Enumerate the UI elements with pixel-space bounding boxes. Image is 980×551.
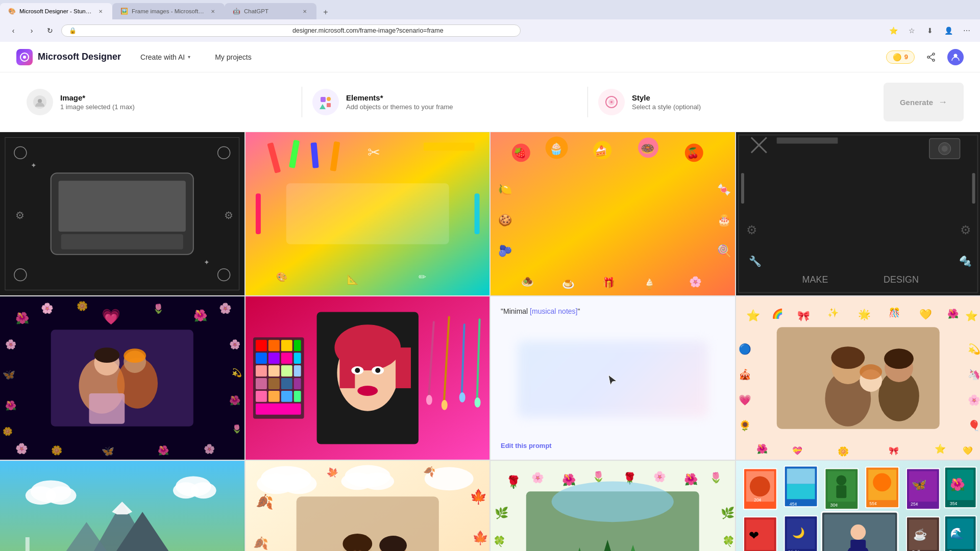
- forward-button[interactable]: ›: [24, 23, 39, 38]
- tab-microsoft-designer[interactable]: 🎨 Microsoft Designer - Stunning... ✕: [0, 3, 112, 19]
- generating-prompt-header: "Minimal [musical notes]": [501, 307, 725, 316]
- svg-rect-73: [741, 173, 744, 204]
- generate-button[interactable]: Generate →: [884, 83, 964, 121]
- svg-text:🎀: 🎀: [797, 310, 810, 322]
- style-section[interactable]: Style Select a style (optional): [588, 83, 873, 121]
- svg-text:🎊: 🎊: [889, 307, 900, 318]
- svg-text:🦋: 🦋: [102, 445, 114, 457]
- svg-text:25¢: 25¢: [910, 502, 918, 507]
- elements-label: Elements*: [346, 93, 453, 102]
- svg-text:❤: ❤: [748, 529, 758, 542]
- gallery-item-4[interactable]: ⚙ ⚙ 🔧 🔩 MAKE DESIGN: [736, 132, 981, 295]
- image-section[interactable]: Image* 1 image selected (1 max): [16, 83, 302, 121]
- svg-text:💛: 💛: [919, 308, 932, 320]
- gallery-item-11[interactable]: 🌹 🌸 🌺 🌷 🌹 🌸 🌺 🌷 🌿 🍀 🌿 🍀 🌿 🍀: [491, 461, 735, 551]
- generate-label: Generate: [900, 98, 933, 107]
- download-icon[interactable]: ⬇: [923, 23, 937, 38]
- address-bar[interactable]: 🔒 designer.microsoft.com/frame-image?sce…: [61, 24, 521, 37]
- svg-text:🌺: 🌺: [562, 473, 576, 487]
- svg-point-272: [749, 476, 770, 496]
- gallery-item-6[interactable]: [246, 296, 490, 460]
- app-header: Microsoft Designer Create with AI ▾ My p…: [0, 42, 980, 72]
- tab-frame-images[interactable]: 🖼️ Frame images - Microsoft Des... ✕: [112, 3, 225, 19]
- svg-line-5: [929, 55, 933, 57]
- svg-text:🌺: 🌺: [947, 308, 959, 319]
- close-tab-1-icon[interactable]: ✕: [97, 8, 104, 15]
- close-tab-2-icon[interactable]: ✕: [209, 8, 216, 15]
- gallery-grid: ⚙ ⚙ ✦ ✦: [0, 132, 980, 551]
- gallery-item-generating[interactable]: "Minimal [musical notes]" Edit this prom…: [491, 296, 735, 460]
- svg-point-141: [375, 368, 380, 373]
- gallery-item-8[interactable]: ⭐ 🌈 🎀 ✨ 🌟 🎊 💛 🌺 ⭐ 🔵 🎪 💗 🌻 💫: [736, 296, 981, 460]
- svg-rect-119: [293, 353, 301, 364]
- svg-text:🍭: 🍭: [717, 244, 731, 258]
- svg-point-148: [459, 392, 465, 403]
- svg-point-150: [474, 397, 480, 408]
- svg-text:30¢: 30¢: [830, 503, 838, 508]
- svg-text:🌿: 🌿: [495, 506, 509, 520]
- my-projects-button[interactable]: My projects: [210, 50, 257, 64]
- elements-section[interactable]: Elements* Add objects or themes to your …: [302, 83, 587, 121]
- svg-point-107: [94, 347, 119, 363]
- svg-text:🌿: 🌿: [721, 506, 735, 520]
- gallery-item-10[interactable]: 🍂 🍁 🍂 🍁 🍁 🍂 🍁 🍂 🍂 🍁 🍂 🍁: [246, 461, 490, 551]
- image-label: Image*: [60, 93, 135, 102]
- svg-point-72: [941, 145, 947, 152]
- new-tab-button[interactable]: +: [318, 5, 333, 19]
- svg-text:🍂: 🍂: [255, 493, 273, 510]
- svg-text:35¢: 35¢: [949, 501, 957, 506]
- svg-text:DESIGN: DESIGN: [884, 274, 919, 285]
- tab-title-1: Microsoft Designer - Stunning...: [19, 8, 93, 14]
- svg-text:🍬: 🍬: [717, 183, 731, 196]
- elements-sublabel: Add objects or themes to your frame: [346, 103, 453, 111]
- gallery-item-3[interactable]: 🍓 🧁 🍰 🍩 🍒 🍋 🍪 🫐 🍬 🎂 🍭: [491, 132, 735, 295]
- extensions-icon[interactable]: ⭐: [886, 23, 900, 38]
- gallery-item-1[interactable]: ⚙ ⚙ ✦ ✦: [0, 132, 244, 295]
- user-avatar[interactable]: [947, 49, 964, 65]
- edit-prompt-link[interactable]: Edit this prompt: [501, 442, 725, 449]
- svg-text:🌺: 🌺: [684, 472, 698, 486]
- svg-text:🌺: 🌺: [158, 445, 169, 456]
- svg-text:🍂: 🍂: [253, 536, 268, 550]
- svg-text:⭐: ⭐: [965, 310, 977, 322]
- share-button[interactable]: [923, 49, 939, 65]
- frame-builder-bar: Image* 1 image selected (1 max) Elements…: [0, 72, 980, 132]
- svg-rect-129: [268, 391, 279, 402]
- svg-rect-10: [321, 97, 326, 102]
- gallery-item-5[interactable]: 💗 🌺 🌸 🌼 🌷 🌺 🌸 🌸 🦋 🌺 🌼 🌸 💫: [0, 296, 244, 460]
- svg-point-108: [124, 348, 146, 363]
- logo-icon: [16, 49, 33, 65]
- close-tab-3-icon[interactable]: ✕: [301, 8, 308, 15]
- svg-text:🌸: 🌸: [531, 471, 544, 484]
- svg-rect-118: [281, 353, 292, 364]
- svg-rect-37: [286, 183, 449, 244]
- svg-rect-130: [281, 391, 292, 402]
- tab-favicon-1: 🎨: [8, 8, 15, 15]
- svg-text:🎪: 🎪: [738, 368, 751, 381]
- svg-text:🎈: 🎈: [967, 419, 980, 432]
- back-button[interactable]: ‹: [6, 23, 20, 38]
- bookmark-icon[interactable]: ☆: [904, 23, 919, 38]
- browser-toolbar: ‹ › ↻ 🔒 designer.microsoft.com/frame-ima…: [0, 19, 980, 42]
- svg-point-4: [933, 59, 935, 61]
- profile-icon[interactable]: 👤: [941, 23, 955, 38]
- svg-point-191: [46, 486, 77, 505]
- svg-text:🌷: 🌷: [232, 424, 242, 434]
- gallery-item-9[interactable]: [0, 461, 244, 551]
- coins-badge: 🟡 9: [886, 51, 915, 64]
- svg-text:45¢: 45¢: [789, 502, 797, 507]
- style-sublabel: Select a style (optional): [632, 103, 701, 111]
- gallery-item-2[interactable]: ✂ 🎨 📐 ✏: [246, 132, 490, 295]
- svg-rect-115: [293, 340, 301, 351]
- gallery-item-12[interactable]: 20¢ 45¢ 30¢ 5: [736, 461, 981, 551]
- create-with-ai-button[interactable]: Create with AI ▾: [133, 50, 198, 64]
- tab-chatgpt[interactable]: 🤖 ChatGPT ✕: [225, 3, 316, 19]
- svg-text:🌺: 🌺: [5, 400, 17, 411]
- svg-text:🌻: 🌻: [738, 419, 751, 432]
- create-ai-label: Create with AI: [140, 53, 185, 61]
- settings-icon[interactable]: ⋯: [960, 23, 974, 38]
- reload-button[interactable]: ↻: [43, 23, 57, 38]
- svg-rect-276: [787, 484, 815, 499]
- svg-point-175: [884, 348, 914, 369]
- svg-text:🌸: 🌸: [15, 442, 28, 455]
